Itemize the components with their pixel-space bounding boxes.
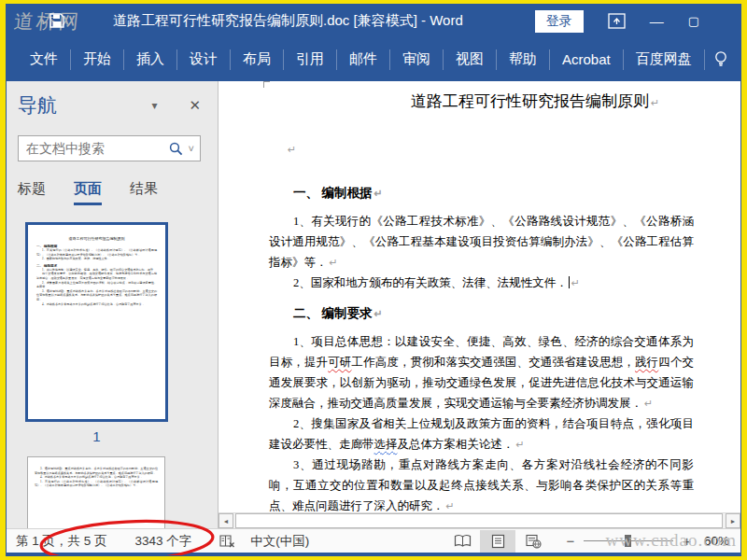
nav-tab-pages[interactable]: 页面 bbox=[74, 180, 102, 205]
paragraph: 1、项目总体思想：以建设安全、便捷、高效、绿色、经济的综合交通体系为目标，提升可… bbox=[269, 331, 694, 413]
navigation-options-dropdown-icon[interactable]: ▾ bbox=[151, 99, 157, 112]
status-bar: 第 1 页 ， 共 5 页 3343 个字 中文(中国) − + bbox=[7, 528, 740, 553]
empty-paragraph: ↵ bbox=[269, 140, 694, 157]
page-1-thumbnail-label: 1 bbox=[25, 428, 168, 444]
print-layout-button[interactable] bbox=[480, 530, 515, 553]
tab-insert[interactable]: 插入 bbox=[124, 49, 177, 70]
navigation-pane: 导航 ▾ ✕ ˅ 标题 页面 结果 道路工程可行性研究报告编 bbox=[7, 81, 218, 528]
scroll-right-button[interactable]: ► bbox=[726, 513, 740, 528]
tab-references[interactable]: 引用 bbox=[284, 49, 337, 70]
tab-help[interactable]: 帮助 bbox=[497, 49, 550, 70]
word-window: 道桥网 道路工程可行性研究报告编制原则.doc [兼容模式] - Word 登录… bbox=[6, 4, 741, 556]
lightbulb-icon[interactable] bbox=[705, 49, 737, 70]
tell-me-tab[interactable]: 告诉我 bbox=[737, 49, 741, 70]
section-heading-1: 一、 编制根据↵ bbox=[269, 185, 694, 202]
site-logo-watermark: 道桥网 bbox=[13, 8, 83, 35]
text-cursor bbox=[569, 276, 570, 288]
zoom-in-button[interactable]: + bbox=[683, 533, 691, 549]
document-title-bar-text: 道路工程可行性研究报告编制原则.doc [兼容模式] - Word bbox=[113, 12, 463, 30]
spellcheck-flag: 践行 bbox=[635, 356, 658, 369]
navigation-close-icon[interactable]: ✕ bbox=[189, 97, 201, 114]
tab-view[interactable]: 视图 bbox=[444, 49, 497, 70]
paragraph: 3、通过现场踏勘，重点对路线方案走向、各方案对沿线社会经济的不同影响，互通立交的… bbox=[269, 455, 694, 512]
page-2-thumbnail[interactable]: 3、通过现场踏勘，重点对路线方案走向、各方案对沿线社会经济的不同影响，互通立交的… bbox=[27, 456, 165, 528]
navigation-pane-title: 导航 bbox=[18, 92, 57, 119]
page-thumbnails: 道路工程可行性研究报告编制原则 一、 编制根据 1、有关现行的《公路工程技术标准… bbox=[7, 222, 218, 528]
horizontal-scrollbar[interactable]: ◄ ► bbox=[218, 512, 740, 528]
current-page-indicator[interactable]: 第 1 页 bbox=[16, 533, 55, 550]
tab-review[interactable]: 审阅 bbox=[390, 49, 444, 70]
tab-baidu-netdisk[interactable]: 百度网盘 bbox=[624, 49, 705, 70]
proofing-errors-icon[interactable] bbox=[219, 534, 235, 549]
total-pages-indicator[interactable]: 共 5 页 bbox=[68, 533, 107, 550]
nav-tab-results[interactable]: 结果 bbox=[130, 180, 158, 205]
navigation-tabs: 标题 页面 结果 bbox=[18, 180, 218, 205]
tab-mailings[interactable]: 邮件 bbox=[337, 49, 390, 70]
tab-acrobat[interactable]: Acrobat bbox=[550, 49, 624, 70]
spellcheck-flag: 可研 bbox=[328, 356, 351, 369]
grammar-flag: 选择 bbox=[374, 438, 398, 451]
tab-design[interactable]: 设计 bbox=[177, 49, 231, 70]
zoom-slider-handle[interactable] bbox=[625, 535, 631, 547]
document-heading-title: 道路工程可行性研究报告编制原则↵ bbox=[411, 91, 694, 112]
section-heading-2: 二、 编制要求↵ bbox=[269, 305, 694, 322]
paragraph: 2、搜集国家及省相关上位规划及政策方面的资料，结合项目特点，强化项目建设必要性、… bbox=[269, 413, 694, 455]
zoom-slider[interactable] bbox=[584, 540, 673, 541]
zoom-percentage[interactable]: 60% bbox=[704, 534, 729, 548]
minimize-button[interactable]: — bbox=[650, 13, 664, 29]
title-bar: 道桥网 道路工程可行性研究报告编制原则.doc [兼容模式] - Word 登录… bbox=[7, 5, 740, 37]
zoom-out-button[interactable]: − bbox=[566, 533, 574, 549]
window-bottom-edge bbox=[7, 553, 740, 555]
tab-layout[interactable]: 布局 bbox=[231, 49, 284, 70]
scrollbar-thumb[interactable] bbox=[235, 513, 723, 528]
ribbon-tab-bar: 文件 开始 插入 设计 布局 引用 邮件 审阅 视图 帮助 Acrobat 百度… bbox=[7, 37, 740, 81]
document-search-box[interactable]: ˅ bbox=[18, 135, 201, 161]
tab-home[interactable]: 开始 bbox=[71, 49, 124, 70]
web-layout-button[interactable] bbox=[515, 530, 551, 553]
margin-crop-mark bbox=[263, 81, 270, 88]
save-icon[interactable] bbox=[49, 13, 64, 28]
paragraph: 1、有关现行的《公路工程技术标准》、《公路路线设计规范》、《公路桥涵设计通用规范… bbox=[269, 211, 694, 273]
tab-file[interactable]: 文件 bbox=[18, 49, 71, 70]
page-1-thumbnail[interactable]: 道路工程可行性研究报告编制原则 一、 编制根据 1、有关现行的《公路工程技术标准… bbox=[25, 222, 168, 422]
search-input[interactable] bbox=[26, 141, 169, 156]
nav-tab-headings[interactable]: 标题 bbox=[18, 180, 46, 205]
site-frame: 道桥网 道路工程可行性研究报告编制原则.doc [兼容模式] - Word 登录… bbox=[0, 0, 747, 560]
search-options-chevron-icon[interactable]: ˅ bbox=[189, 143, 194, 154]
language-indicator[interactable]: 中文(中国) bbox=[250, 533, 309, 550]
scroll-left-button[interactable]: ◄ bbox=[218, 513, 233, 528]
ribbon-display-options-icon[interactable] bbox=[608, 13, 626, 29]
word-count[interactable]: 3343 个字 bbox=[135, 533, 192, 550]
document-page[interactable]: 道路工程可行性研究报告编制原则↵ ↵ 一、 编制根据↵ 1、有关现行的《公路工程… bbox=[218, 81, 740, 512]
main-area: 导航 ▾ ✕ ˅ 标题 页面 结果 道路工程可行性研究报告编 bbox=[7, 81, 740, 528]
read-mode-button[interactable] bbox=[444, 530, 480, 553]
login-button[interactable]: 登录 bbox=[535, 10, 584, 33]
paragraph-mark: ↵ bbox=[651, 97, 659, 108]
document-area: 道路工程可行性研究报告编制原则↵ ↵ 一、 编制根据↵ 1、有关现行的《公路工程… bbox=[218, 81, 740, 528]
search-icon[interactable] bbox=[169, 142, 183, 156]
paragraph: 2、国家和地方颁布的有关政策、法律、法规性文件．↵ bbox=[269, 273, 694, 293]
maximize-button[interactable]: ▢ bbox=[688, 14, 699, 28]
